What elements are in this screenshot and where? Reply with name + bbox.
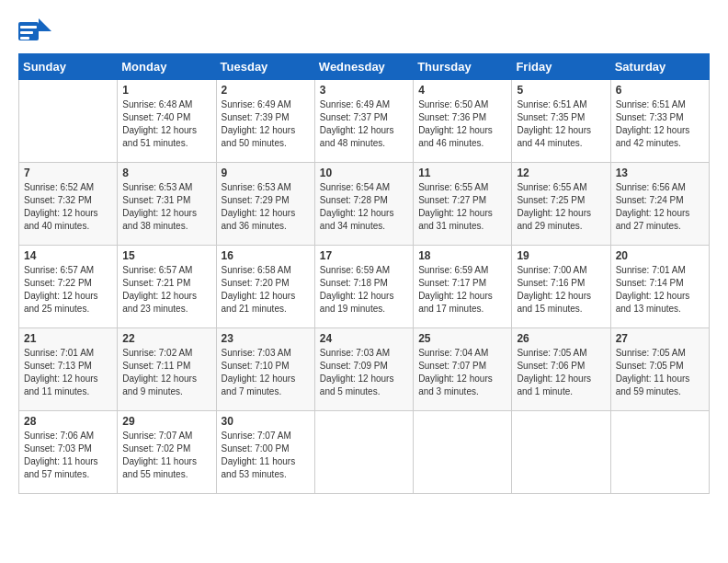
calendar-week-row: 14Sunrise: 6:57 AMSunset: 7:22 PMDayligh…: [19, 246, 710, 328]
cell-info-text: Sunrise: 6:51 AMSunset: 7:35 PMDaylight:…: [517, 98, 605, 150]
calendar-week-row: 21Sunrise: 7:01 AMSunset: 7:13 PMDayligh…: [19, 328, 710, 411]
calendar-cell: 9Sunrise: 6:53 AMSunset: 7:29 PMDaylight…: [216, 163, 314, 246]
cell-date-number: 27: [616, 332, 704, 345]
cell-date-number: 12: [517, 167, 605, 179]
cell-date-number: 17: [320, 249, 408, 262]
day-header: Friday: [512, 54, 610, 80]
calendar-cell: 24Sunrise: 7:03 AMSunset: 7:09 PMDayligh…: [314, 328, 413, 411]
calendar-cell: 27Sunrise: 7:05 AMSunset: 7:05 PMDayligh…: [610, 328, 709, 411]
cell-info-text: Sunrise: 6:54 AMSunset: 7:28 PMDaylight:…: [320, 181, 408, 233]
page-header: [18, 18, 710, 44]
cell-info-text: Sunrise: 7:02 AMSunset: 7:11 PMDaylight:…: [122, 347, 210, 398]
cell-date-number: 14: [24, 249, 112, 262]
calendar-cell: 28Sunrise: 7:06 AMSunset: 7:03 PMDayligh…: [19, 411, 118, 494]
cell-date-number: 5: [517, 84, 605, 97]
logo-icon: [18, 18, 51, 44]
calendar-cell: 10Sunrise: 6:54 AMSunset: 7:28 PMDayligh…: [314, 163, 413, 246]
cell-info-text: Sunrise: 6:55 AMSunset: 7:25 PMDaylight:…: [517, 181, 605, 233]
cell-info-text: Sunrise: 6:50 AMSunset: 7:36 PMDaylight:…: [418, 98, 506, 150]
cell-date-number: 25: [418, 332, 506, 345]
calendar-cell: 30Sunrise: 7:07 AMSunset: 7:00 PMDayligh…: [216, 411, 314, 494]
cell-info-text: Sunrise: 6:53 AMSunset: 7:31 PMDaylight:…: [122, 181, 210, 233]
cell-date-number: 30: [222, 415, 310, 428]
cell-info-text: Sunrise: 7:04 AMSunset: 7:07 PMDaylight:…: [418, 347, 506, 398]
calendar-cell: 21Sunrise: 7:01 AMSunset: 7:13 PMDayligh…: [19, 328, 118, 411]
calendar-cell: 8Sunrise: 6:53 AMSunset: 7:31 PMDaylight…: [118, 163, 216, 246]
cell-info-text: Sunrise: 7:01 AMSunset: 7:13 PMDaylight:…: [24, 347, 112, 398]
cell-info-text: Sunrise: 6:59 AMSunset: 7:18 PMDaylight:…: [320, 264, 408, 316]
cell-date-number: 11: [418, 167, 506, 179]
day-header: Saturday: [610, 54, 709, 80]
calendar-cell: [19, 80, 118, 163]
cell-date-number: 16: [222, 249, 310, 262]
calendar-cell: 4Sunrise: 6:50 AMSunset: 7:36 PMDaylight…: [414, 80, 512, 163]
svg-rect-4: [20, 37, 29, 40]
svg-marker-1: [39, 18, 51, 31]
cell-date-number: 6: [616, 84, 704, 97]
calendar-cell: 26Sunrise: 7:05 AMSunset: 7:06 PMDayligh…: [512, 328, 610, 411]
cell-info-text: Sunrise: 6:59 AMSunset: 7:17 PMDaylight:…: [418, 264, 506, 316]
calendar-cell: 13Sunrise: 6:56 AMSunset: 7:24 PMDayligh…: [610, 163, 709, 246]
cell-info-text: Sunrise: 6:56 AMSunset: 7:24 PMDaylight:…: [616, 181, 704, 233]
cell-date-number: 13: [616, 167, 704, 179]
cell-info-text: Sunrise: 7:05 AMSunset: 7:06 PMDaylight:…: [517, 347, 605, 398]
calendar-cell: 16Sunrise: 6:58 AMSunset: 7:20 PMDayligh…: [216, 246, 314, 328]
calendar-cell: 6Sunrise: 6:51 AMSunset: 7:33 PMDaylight…: [610, 80, 709, 163]
logo: [18, 18, 55, 44]
calendar-cell: 5Sunrise: 6:51 AMSunset: 7:35 PMDaylight…: [512, 80, 610, 163]
calendar-cell: 18Sunrise: 6:59 AMSunset: 7:17 PMDayligh…: [414, 246, 512, 328]
cell-info-text: Sunrise: 6:57 AMSunset: 7:22 PMDaylight:…: [24, 264, 112, 316]
day-header: Wednesday: [314, 54, 413, 80]
cell-date-number: 3: [320, 84, 408, 97]
cell-date-number: 21: [24, 332, 112, 345]
cell-info-text: Sunrise: 7:07 AMSunset: 7:02 PMDaylight:…: [122, 430, 210, 481]
cell-info-text: Sunrise: 6:51 AMSunset: 7:33 PMDaylight:…: [616, 98, 704, 150]
cell-date-number: 22: [122, 332, 210, 345]
cell-info-text: Sunrise: 6:58 AMSunset: 7:20 PMDaylight:…: [222, 264, 310, 316]
cell-date-number: 20: [616, 249, 704, 262]
cell-info-text: Sunrise: 7:03 AMSunset: 7:10 PMDaylight:…: [222, 347, 310, 398]
calendar-cell: 17Sunrise: 6:59 AMSunset: 7:18 PMDayligh…: [314, 246, 413, 328]
cell-date-number: 10: [320, 167, 408, 179]
day-header: Sunday: [19, 54, 118, 80]
calendar-cell: 23Sunrise: 7:03 AMSunset: 7:10 PMDayligh…: [216, 328, 314, 411]
day-header: Monday: [118, 54, 216, 80]
cell-info-text: Sunrise: 6:48 AMSunset: 7:40 PMDaylight:…: [122, 98, 210, 150]
cell-info-text: Sunrise: 6:52 AMSunset: 7:32 PMDaylight:…: [24, 181, 112, 233]
cell-date-number: 24: [320, 332, 408, 345]
cell-info-text: Sunrise: 6:49 AMSunset: 7:37 PMDaylight:…: [320, 98, 408, 150]
cell-date-number: 4: [418, 84, 506, 97]
calendar-week-row: 28Sunrise: 7:06 AMSunset: 7:03 PMDayligh…: [19, 411, 710, 494]
cell-info-text: Sunrise: 6:57 AMSunset: 7:21 PMDaylight:…: [122, 264, 210, 316]
svg-rect-3: [20, 31, 33, 34]
cell-info-text: Sunrise: 7:06 AMSunset: 7:03 PMDaylight:…: [24, 430, 112, 481]
calendar-week-row: 1Sunrise: 6:48 AMSunset: 7:40 PMDaylight…: [19, 80, 710, 163]
calendar-cell: [414, 411, 512, 494]
cell-date-number: 23: [222, 332, 310, 345]
cell-date-number: 1: [122, 84, 210, 97]
calendar-table: SundayMondayTuesdayWednesdayThursdayFrid…: [18, 53, 710, 494]
calendar-cell: 20Sunrise: 7:01 AMSunset: 7:14 PMDayligh…: [610, 246, 709, 328]
calendar-cell: 1Sunrise: 6:48 AMSunset: 7:40 PMDaylight…: [118, 80, 216, 163]
calendar-cell: 11Sunrise: 6:55 AMSunset: 7:27 PMDayligh…: [414, 163, 512, 246]
day-header: Thursday: [414, 54, 512, 80]
calendar-cell: 15Sunrise: 6:57 AMSunset: 7:21 PMDayligh…: [118, 246, 216, 328]
cell-info-text: Sunrise: 6:49 AMSunset: 7:39 PMDaylight:…: [222, 98, 310, 150]
cell-info-text: Sunrise: 6:55 AMSunset: 7:27 PMDaylight:…: [418, 181, 506, 233]
calendar-cell: [512, 411, 610, 494]
cell-date-number: 8: [122, 167, 210, 179]
calendar-cell: 19Sunrise: 7:00 AMSunset: 7:16 PMDayligh…: [512, 246, 610, 328]
calendar-cell: [314, 411, 413, 494]
calendar-cell: 2Sunrise: 6:49 AMSunset: 7:39 PMDaylight…: [216, 80, 314, 163]
cell-date-number: 2: [222, 84, 310, 97]
cell-date-number: 26: [517, 332, 605, 345]
cell-date-number: 9: [222, 167, 310, 179]
cell-date-number: 29: [122, 415, 210, 428]
cell-info-text: Sunrise: 7:03 AMSunset: 7:09 PMDaylight:…: [320, 347, 408, 398]
calendar-cell: 22Sunrise: 7:02 AMSunset: 7:11 PMDayligh…: [118, 328, 216, 411]
cell-info-text: Sunrise: 7:00 AMSunset: 7:16 PMDaylight:…: [517, 264, 605, 316]
calendar-cell: 25Sunrise: 7:04 AMSunset: 7:07 PMDayligh…: [414, 328, 512, 411]
svg-rect-2: [20, 26, 37, 29]
calendar-cell: 14Sunrise: 6:57 AMSunset: 7:22 PMDayligh…: [19, 246, 118, 328]
cell-info-text: Sunrise: 7:05 AMSunset: 7:05 PMDaylight:…: [616, 347, 704, 398]
